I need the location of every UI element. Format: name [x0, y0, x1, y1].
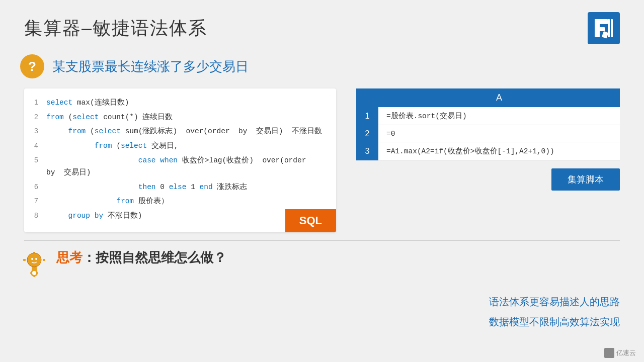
svg-point-8 — [35, 258, 37, 260]
right-bottom-line2: 数据模型不限制高效算法实现 — [489, 312, 620, 332]
svg-rect-5 — [611, 19, 613, 37]
code-text-5: case when 收盘价>lag(收盘价) over(order by 交易日… — [46, 154, 326, 179]
code-line-5: 5 case when 收盘价>lag(收盘价) over(order by 交… — [34, 154, 326, 179]
svg-rect-11 — [23, 259, 26, 261]
question-icon: ? — [20, 54, 44, 78]
line-num-1: 1 — [34, 97, 46, 109]
table-row-2: 2 =0 — [356, 125, 620, 142]
code-text-8: group by 不涨日数) — [46, 210, 142, 222]
svg-rect-17 — [34, 269, 35, 270]
think-icon — [20, 249, 48, 277]
line-num-7: 7 — [34, 195, 46, 207]
line-num-2: 2 — [34, 111, 46, 123]
code-text-4: from (select 交易日, — [46, 140, 179, 152]
main-content: 1 select max(连续日数) 2 from (select count(… — [0, 82, 644, 238]
question-mark: ? — [28, 59, 36, 74]
row-num-1: 1 — [356, 107, 378, 125]
svg-point-16 — [32, 271, 36, 275]
right-bottom: 语法体系更容易描述人的思路 数据模型不限制高效算法实现 — [489, 292, 620, 332]
row-num-3: 3 — [356, 142, 378, 160]
table-header-a: A — [378, 88, 620, 107]
svg-rect-18 — [34, 276, 35, 277]
svg-rect-4 — [608, 19, 610, 37]
code-text-1: select max(连续日数) — [46, 97, 129, 109]
bottom-section: 思考：按照自然思维怎么做？ — [0, 243, 644, 281]
svg-point-7 — [31, 258, 33, 260]
watermark: 亿速云 — [604, 348, 636, 358]
table-row-1: 1 =股价表.sort(交易日) — [356, 107, 620, 125]
row-val-3: =A1.max(A2=if(收盘价>收盘价[-1],A2+1,0)) — [378, 142, 620, 160]
think-keyword: 思考 — [56, 250, 83, 265]
code-line-7: 7 from 股价表） — [34, 195, 326, 208]
header: 集算器–敏捷语法体系 — [0, 0, 644, 50]
divider — [24, 240, 620, 241]
code-text-7: from 股价表） — [46, 195, 169, 208]
think-main: 思考：按照自然思维怎么做？ — [56, 249, 226, 266]
right-bottom-line1: 语法体系更容易描述人的思路 — [489, 292, 620, 312]
svg-rect-19 — [30, 272, 32, 274]
svg-rect-20 — [37, 272, 38, 274]
line-num-3: 3 — [34, 125, 46, 137]
question-section: ? 某支股票最长连续涨了多少交易日 — [0, 50, 644, 82]
result-table: A 1 =股价表.sort(交易日) 2 =0 3 =A1.max(A2=if(… — [356, 88, 620, 160]
code-text-2: from (select count(*) 连续日数 — [46, 111, 173, 124]
code-line-1: 1 select max(连续日数) — [34, 97, 326, 109]
page-title: 集算器–敏捷语法体系 — [24, 16, 207, 41]
question-text: 某支股票最长连续涨了多少交易日 — [52, 58, 249, 75]
code-text-3: from (select sum(涨跌标志) over(order by 交易日… — [46, 125, 322, 138]
line-num-6: 6 — [34, 181, 46, 193]
right-panel: A 1 =股价表.sort(交易日) 2 =0 3 =A1.max(A2=if(… — [356, 88, 620, 232]
svg-rect-12 — [43, 259, 45, 261]
watermark-text: 亿速云 — [616, 348, 636, 357]
svg-rect-3 — [602, 31, 609, 39]
watermark-icon — [604, 348, 614, 358]
sql-badge: SQL — [285, 209, 336, 232]
code-line-2: 2 from (select count(*) 连续日数 — [34, 111, 326, 124]
code-line-4: 4 from (select 交易日, — [34, 140, 326, 152]
logo — [588, 12, 620, 44]
line-num-4: 4 — [34, 140, 46, 152]
logo-icon — [593, 17, 615, 39]
table-corner — [356, 88, 378, 107]
think-text-block: 思考：按照自然思维怎么做？ — [56, 249, 226, 266]
code-text-6: then 0 else 1 end 涨跌标志 — [46, 181, 247, 194]
line-num-5: 5 — [34, 154, 46, 166]
script-button[interactable]: 集算脚本 — [551, 168, 620, 191]
row-val-1: =股价表.sort(交易日) — [378, 107, 620, 125]
code-line-3: 3 from (select sum(涨跌标志) over(order by 交… — [34, 125, 326, 138]
table-row-3: 3 =A1.max(A2=if(收盘价>收盘价[-1],A2+1,0)) — [356, 142, 620, 160]
think-rest: ：按照自然思维怎么做？ — [83, 250, 226, 265]
svg-rect-2 — [595, 27, 605, 31]
sql-code-block: 1 select max(连续日数) 2 from (select count(… — [24, 88, 336, 232]
line-num-8: 8 — [34, 210, 46, 222]
code-line-8: 8 group by 不涨日数) — [34, 210, 326, 222]
row-val-2: =0 — [378, 125, 620, 142]
svg-rect-1 — [595, 19, 608, 24]
row-num-2: 2 — [356, 125, 378, 142]
code-line-6: 6 then 0 else 1 end 涨跌标志 — [34, 181, 326, 194]
